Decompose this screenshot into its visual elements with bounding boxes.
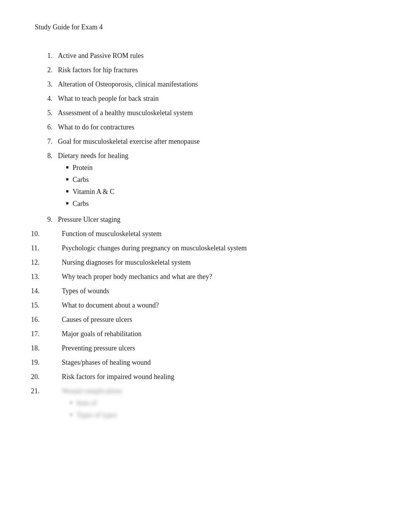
list-item: 6. What to do for contractures [31, 122, 379, 133]
item-text: Causes of pressure ulcers [62, 314, 379, 325]
list-item: 21. Wound complications ■ Item of ■ Type… [31, 386, 379, 422]
item-text: Psychologic changes during pregnancy on … [62, 243, 379, 253]
item-number: 3. [31, 79, 58, 90]
item-number: 5. [31, 108, 58, 118]
list-item: 12. Nursing diagnoses for musculoskeleta… [31, 257, 379, 268]
list-item: 7. Goal for musculoskeletal exercise aft… [31, 136, 379, 147]
list-item: 1. Active and Passive ROM rules [31, 51, 379, 61]
sub-list-item: ■ Item of [66, 398, 379, 408]
item-text: Dietary needs for healing ■ Protein ■ Ca… [58, 151, 379, 211]
item-text: Types of wounds [62, 286, 379, 296]
blurred-text: Wound complications [62, 387, 122, 395]
item-number: 21. [31, 386, 62, 422]
list-item: 2. Risk factors for hip fractures [31, 65, 379, 75]
list-item: 3. Alteration of Osteoporosis, clinical … [31, 79, 379, 90]
study-guide-list: 1. Active and Passive ROM rules 2. Risk … [31, 51, 379, 422]
item-number: 12. [31, 257, 62, 268]
item-text: What to document about a wound? [62, 300, 379, 311]
sub-list-item: ■ Carbs [62, 175, 379, 185]
item-number: 6. [31, 122, 58, 133]
item-number: 7. [31, 136, 58, 147]
item-text: Risk factors for hip fractures [58, 65, 379, 75]
item-number: 13. [31, 272, 62, 282]
list-item: 9. Pressure Ulcer staging [31, 214, 379, 225]
item-number: 4. [31, 93, 58, 104]
item-text: Function of musculoskeletal system [62, 229, 379, 239]
sub-list-item: ■ Vitamin A & C [62, 187, 379, 197]
list-item: 13. Why teach proper body mechanics and … [31, 272, 379, 282]
item-text: Assessment of a healthy musculoskeletal … [58, 108, 379, 118]
item-text: Risk factors for impaired wound healing [62, 372, 379, 382]
list-item: 4. What to teach people for back strain [31, 93, 379, 104]
sub-bullet-icon: ■ [62, 199, 73, 207]
item-number: 15. [31, 300, 62, 311]
item-number: 2. [31, 65, 58, 75]
blurred-sub-item-text: Types of types [76, 410, 117, 420]
item-number: 1. [31, 51, 58, 61]
item-text: Active and Passive ROM rules [58, 51, 379, 61]
list-item: 11. Psychologic changes during pregnancy… [31, 243, 379, 253]
sub-bullet-icon: ■ [62, 175, 73, 183]
sub-list: ■ Protein ■ Carbs ■ Vitamin A & C ■ Carb… [62, 163, 379, 209]
item-text: What to teach people for back strain [58, 93, 379, 104]
list-item: 18. Preventing pressure ulcers [31, 343, 379, 354]
blurred-sub-item-text: Item of [76, 398, 97, 408]
sub-bullet-icon: ■ [66, 410, 76, 418]
blurred-sub-list: ■ Item of ■ Types of types [66, 398, 379, 420]
item-text: Goal for musculoskeletal exercise after … [58, 136, 379, 147]
item-number: 18. [31, 343, 62, 354]
item-text: Major goals of rehabilitation [62, 329, 379, 339]
sub-item-text: Vitamin A & C [73, 187, 114, 197]
page-title: Study Guide for Exam 4 [35, 23, 379, 31]
item-number: 20. [31, 372, 62, 382]
item-number: 16. [31, 314, 62, 325]
item-number: 19. [31, 357, 62, 368]
item-text: Why teach proper body mechanics and what… [62, 272, 379, 282]
sub-bullet-icon: ■ [62, 163, 73, 171]
item-text: Preventing pressure ulcers [62, 343, 379, 354]
sub-list-item: ■ Types of types [66, 410, 379, 420]
item-number: 14. [31, 286, 62, 296]
list-item: 14. Types of wounds [31, 286, 379, 296]
item-text: Nursing diagnoses for musculoskeletal sy… [62, 257, 379, 268]
list-item: 16. Causes of pressure ulcers [31, 314, 379, 325]
item-text: Wound complications ■ Item of ■ Types of… [62, 386, 379, 422]
item-text: Stages/phases of healing wound [62, 357, 379, 368]
list-item: 15. What to document about a wound? [31, 300, 379, 311]
item-text: Alteration of Osteoporosis, clinical man… [58, 79, 379, 90]
list-item: 10. Function of musculoskeletal system [31, 229, 379, 239]
sub-item-text: Protein [73, 163, 93, 173]
list-item: 20. Risk factors for impaired wound heal… [31, 372, 379, 382]
list-item: 5. Assessment of a healthy musculoskelet… [31, 108, 379, 118]
sub-bullet-icon: ■ [66, 398, 76, 406]
item-number: 11. [31, 243, 62, 253]
item-number: 10. [31, 229, 62, 239]
item-number: 17. [31, 329, 62, 339]
list-item: 17. Major goals of rehabilitation [31, 329, 379, 339]
sub-list-item: ■ Carbs [62, 199, 379, 209]
item-text: Pressure Ulcer staging [58, 214, 379, 225]
sub-bullet-icon: ■ [62, 187, 73, 195]
sub-item-text: Carbs [73, 175, 89, 185]
list-item: 8. Dietary needs for healing ■ Protein ■… [31, 151, 379, 211]
item-text: What to do for contractures [58, 122, 379, 133]
item-number: 8. [31, 151, 58, 211]
item-number: 9. [31, 214, 58, 225]
sub-item-text: Carbs [73, 199, 89, 209]
sub-list-item: ■ Protein [62, 163, 379, 173]
list-item: 19. Stages/phases of healing wound [31, 357, 379, 368]
